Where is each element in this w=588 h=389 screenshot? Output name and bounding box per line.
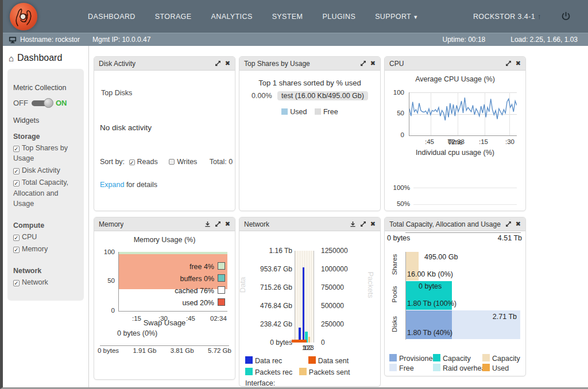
packets-rec-label: Packets rec (255, 368, 292, 376)
memory-ytick-50: 50 (95, 277, 115, 284)
checkbox-checked-icon[interactable]: ✓ (13, 280, 20, 286)
close-icon[interactable]: ✖ (516, 221, 521, 227)
memory-xtick-30: :30 (158, 315, 168, 322)
close-icon[interactable]: ✖ (370, 60, 376, 67)
rockstor-logo[interactable] (10, 3, 37, 30)
sidebar-item-cpu[interactable]: ✓CPU (13, 232, 78, 242)
download-icon[interactable] (350, 221, 356, 227)
used-swatch (281, 108, 288, 115)
capacity-tan-swatch (482, 354, 490, 361)
cached-swatch (218, 286, 225, 294)
disk-activity-empty-message: No disk activity (100, 123, 152, 132)
expand-suffix: for details (124, 181, 157, 189)
nav-analytics[interactable]: ANALYTICS (211, 13, 252, 21)
disks-bottom-label: 1.80 Tb (40%) (407, 329, 452, 337)
legend-used: Used (482, 364, 523, 372)
metric-collection-toggle[interactable] (32, 100, 52, 106)
power-icon[interactable] (561, 11, 571, 21)
capacity-cat-shares: Shares (391, 250, 398, 279)
nav-support[interactable]: SUPPORT▼ (375, 13, 418, 21)
version-link[interactable]: ROCKSTOR 3.4-1↑ (473, 12, 541, 21)
widgets-label: Widgets (13, 116, 78, 125)
sidebar-item-top-shares[interactable]: ✓Top Shares by Usage (13, 143, 78, 164)
cpu-bars-ytick-50: 50% (389, 200, 410, 207)
cpu-individual-chart-title: Individual cpu usage (%) (385, 149, 525, 157)
checkbox-checked-icon[interactable]: ✓ (13, 180, 20, 186)
network-plot (295, 251, 314, 343)
top-disks-label: Top Disks (101, 89, 132, 97)
widget-cpu: CPU ✖ Average CPU Usage (%) 100 50 0 (384, 56, 526, 211)
memory-area-chart: free 4% buffers 0% cached 76% used 20% (118, 252, 227, 312)
checkbox-checked-icon[interactable]: ✓ (13, 235, 20, 241)
resize-icon[interactable] (215, 60, 221, 67)
toggle-on-label: ON (56, 99, 67, 107)
sidebar-item-total-capacity[interactable]: ✓Total Capacity, Allocation and Usage (13, 177, 78, 208)
used-swatch (482, 364, 490, 371)
widget-title: Top Shares by Usage (244, 60, 310, 68)
top-shares-legend: Used Free (239, 108, 380, 116)
metric-collection-toggle-row: OFF ON (13, 99, 78, 107)
legend-free-label: free 4% (189, 263, 214, 271)
section-heading-compute: Compute (13, 221, 78, 229)
nav-plugins[interactable]: PLUGINS (322, 13, 355, 21)
download-icon[interactable] (204, 221, 211, 227)
resize-icon[interactable] (215, 221, 221, 227)
widget-header: Memory ✖ (94, 217, 235, 231)
cpu-xtick-0233: 02:33 (448, 138, 465, 145)
share-pill[interactable]: test (16.00 Kb/495.00 Gb) (277, 91, 368, 100)
checkbox-checked-icon[interactable]: ✓ (13, 247, 20, 253)
resize-icon[interactable] (505, 60, 512, 67)
legend-cached-label: cached 76% (175, 287, 214, 295)
checkbox-checked-icon[interactable]: ✓ (129, 160, 135, 165)
legend-free: Free (389, 364, 433, 372)
checkbox-label: Top Shares by Usage (13, 144, 68, 162)
nav-dashboard[interactable]: DASHBOARD (88, 13, 136, 21)
network-legend-row2: Packets rec Packets sent (245, 368, 350, 376)
checkbox-label: Disk Activity (22, 166, 60, 174)
sidebar-item-memory[interactable]: ✓Memory (13, 244, 78, 254)
writes-label: Writes (177, 158, 197, 166)
toggle-knob[interactable] (44, 98, 53, 108)
close-icon[interactable]: ✖ (225, 60, 230, 67)
legend-provisioned: Provisioned (389, 354, 433, 363)
checkbox-checked-icon[interactable]: ✓ (13, 168, 20, 174)
widget-top-shares: Top Shares by Usage ✖ Top 1 shares sorte… (239, 56, 381, 211)
capacity-tick-0: 0 bytes (387, 234, 410, 242)
sort-reads-option[interactable]: ✓Reads (129, 158, 158, 166)
resize-icon[interactable] (360, 221, 366, 227)
close-icon[interactable]: ✖ (516, 60, 521, 67)
disks-top-label: 2.71 Tb (493, 313, 517, 321)
provisioned-label: Provisioned (399, 355, 436, 363)
sidebar-item-disk-activity[interactable]: ✓Disk Activity (13, 165, 78, 176)
nav-storage[interactable]: STORAGE (155, 13, 192, 21)
cpu-bars-ytick-100: 100% (389, 184, 410, 191)
data-sent-swatch (308, 356, 316, 364)
interface-label: Interface: (245, 379, 275, 387)
free-swatch (315, 108, 321, 115)
close-icon[interactable]: ✖ (370, 221, 376, 227)
cpu-xtick-45: :45 (425, 138, 434, 145)
expand-link[interactable]: Expand (100, 181, 124, 189)
net-rtick: 750000 (321, 284, 357, 291)
sidebar-item-network[interactable]: ✓Network (13, 277, 78, 287)
memory-ytick-100: 100 (95, 248, 115, 255)
widget-header: Disk Activity ✖ (94, 57, 235, 71)
cpu-line-path (409, 98, 517, 120)
version-label: ROCKSTOR 3.4-1 (473, 13, 535, 21)
sort-writes-option[interactable]: Writes (169, 158, 197, 166)
close-icon[interactable]: ✖ (225, 221, 230, 227)
resize-icon[interactable] (360, 60, 366, 67)
legend-capacity-shares: Capacity (482, 354, 523, 363)
swap-tick-2: 3.81 Gb (171, 347, 194, 354)
data-rec-label: Data rec (255, 357, 282, 365)
checkbox-unchecked-icon[interactable] (169, 159, 175, 165)
capacity-row: 0 bytes 1.80 Tb (100%) (406, 281, 520, 310)
nav-system[interactable]: SYSTEM (272, 13, 303, 21)
memory-ytick-0: 0 (95, 307, 115, 314)
disk-sort-controls: Sort by: ✓Reads Writes Total: 0 (100, 158, 233, 166)
widget-header: Total Capacity, Allocation and Usage ✖ (385, 217, 525, 231)
resize-icon[interactable] (505, 221, 512, 227)
main-menu: DASHBOARD STORAGE ANALYTICS SYSTEM PLUGI… (88, 13, 418, 21)
widget-header: CPU ✖ (385, 57, 525, 71)
checkbox-checked-icon[interactable]: ✓ (13, 146, 20, 152)
